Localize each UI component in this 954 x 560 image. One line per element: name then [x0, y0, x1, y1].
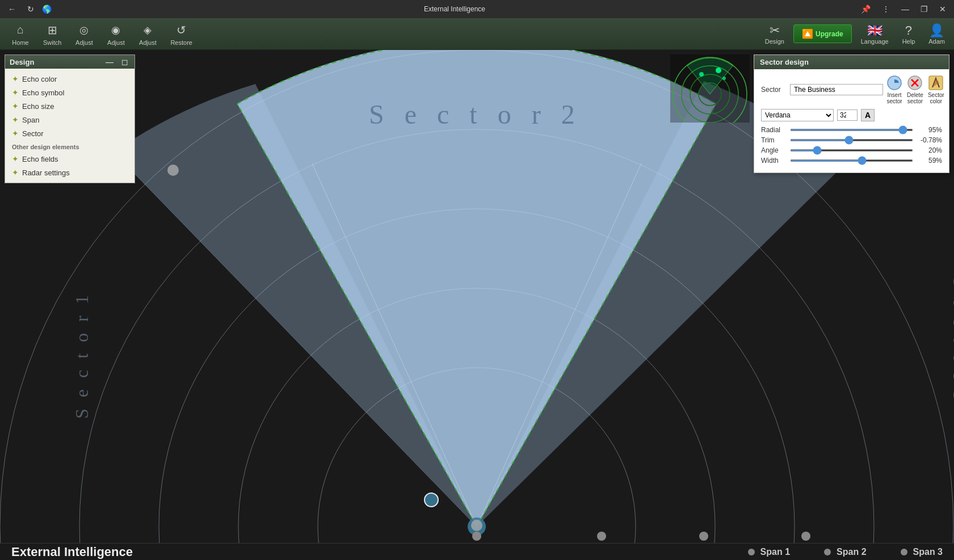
toolbar-design-label: Design: [765, 38, 784, 45]
toolbar-restore-label: Restore: [170, 39, 192, 46]
upgrade-button[interactable]: 🔼 Upgrade: [793, 24, 852, 43]
mini-radar: [670, 54, 750, 123]
language-icon: 🇬🇧: [867, 23, 882, 38]
echo-symbol-icon: ✦: [12, 88, 19, 97]
span2-dot: [824, 549, 831, 555]
angle-slider[interactable]: [790, 149, 913, 151]
adjust3-icon: ◈: [140, 22, 156, 38]
user-icon: 👤: [929, 23, 944, 38]
toolbar-adjust3[interactable]: ◈ Adjust: [132, 20, 163, 48]
design-item-echo-symbol[interactable]: ✦ Echo symbol: [5, 86, 135, 99]
delete-sector-button[interactable]: Delete sector: [907, 75, 923, 104]
help-button[interactable]: ? Help: [898, 21, 920, 47]
echo-size-label: Echo size: [22, 102, 54, 111]
svg-point-22: [699, 72, 704, 77]
svg-point-10: [167, 165, 179, 176]
switch-icon: ⊞: [44, 22, 60, 38]
insert-sector-button[interactable]: Insert sector: [886, 75, 902, 104]
minimize-button[interactable]: —: [898, 5, 913, 14]
design-panel-maximize[interactable]: ◻: [120, 57, 130, 66]
toolbar-home[interactable]: ⌂ Home: [5, 20, 36, 48]
toolbar-switch[interactable]: ⊞ Switch: [36, 20, 68, 48]
toolbar-design-button[interactable]: ✂ Design: [760, 21, 789, 47]
echo-symbol-label: Echo symbol: [22, 89, 64, 97]
angle-row: Angle 20%: [761, 146, 942, 154]
design-panel: Design — ◻ ✦ Echo color ✦ Echo symbol ✦ …: [5, 54, 135, 183]
other-design-header: Other design elements: [5, 140, 135, 152]
popup-body: Sector Insert sector Delete sector: [754, 69, 949, 172]
angle-value: 20%: [917, 146, 942, 154]
radial-slider[interactable]: [790, 129, 913, 131]
trim-slider[interactable]: [790, 139, 913, 141]
status-bar: External Intelligence Span 1 Span 2 Span…: [0, 543, 954, 560]
help-label: Help: [902, 38, 915, 45]
trim-label: Trim: [761, 136, 787, 144]
design-item-radar-settings[interactable]: ✦ Radar settings: [5, 166, 135, 179]
main-content: S e c t o r 2 S e c t o r 1 S e c t o r …: [0, 50, 954, 543]
popup-header: Sector design: [754, 55, 949, 69]
pin-button[interactable]: 📌: [858, 5, 874, 14]
restore-button[interactable]: ❐: [917, 5, 931, 14]
design-panel-body: ✦ Echo color ✦ Echo symbol ✦ Echo size ✦…: [5, 69, 135, 183]
design-item-sector[interactable]: ✦ Sector: [5, 127, 135, 140]
sector-input[interactable]: [790, 84, 883, 95]
radial-row: Radial 95%: [761, 126, 942, 134]
svg-text:S e c t o r   1: S e c t o r 1: [72, 292, 92, 419]
span-icon: ✦: [12, 115, 19, 124]
radar-settings-icon: ✦: [12, 168, 19, 177]
span3-label: Span 3: [913, 547, 943, 557]
width-row: Width 59%: [761, 157, 942, 165]
sector-icon: ✦: [12, 129, 19, 138]
angle-label: Angle: [761, 146, 787, 154]
span2-label: Span 2: [837, 547, 866, 557]
toolbar: ⌂ Home ⊞ Switch ◎ Adjust ◉ Adjust ◈ Adju…: [0, 18, 954, 50]
more-button[interactable]: ⋮: [879, 5, 893, 14]
design-icon: ✂: [770, 23, 780, 38]
design-item-span[interactable]: ✦ Span: [5, 113, 135, 127]
design-item-echo-size[interactable]: ✦ Echo size: [5, 99, 135, 113]
user-button[interactable]: 👤 Adam: [924, 21, 949, 47]
echo-color-icon: ✦: [12, 74, 19, 83]
echo-size-icon: ✦: [12, 102, 19, 111]
svg-point-12: [425, 493, 438, 507]
svg-text:S e c t o r   2: S e c t o r 2: [369, 99, 582, 129]
user-label: Adam: [928, 38, 945, 45]
echo-fields-icon: ✦: [12, 154, 19, 163]
language-button[interactable]: 🇬🇧 Language: [856, 21, 893, 47]
radial-value: 95%: [917, 126, 942, 134]
sector-design-popup: Sector design Sector Insert sector: [754, 54, 949, 173]
width-slider[interactable]: [790, 159, 913, 162]
svg-point-13: [472, 532, 481, 541]
insert-sector-label: Insert sector: [886, 92, 902, 104]
close-button[interactable]: ✕: [936, 5, 949, 14]
design-panel-minimize[interactable]: —: [104, 57, 115, 66]
echo-fields-label: Echo fields: [22, 155, 58, 163]
toolbar-restore[interactable]: ↺ Restore: [163, 20, 199, 48]
toolbar-adjust1[interactable]: ◎ Adjust: [68, 20, 100, 48]
font-size-input[interactable]: [837, 110, 858, 121]
toolbar-home-label: Home: [12, 39, 28, 46]
span3-dot: [901, 549, 907, 555]
sector-color-button[interactable]: Sector color: [928, 75, 944, 104]
svg-point-23: [716, 68, 721, 73]
home-icon: ⌂: [12, 22, 28, 38]
title-bar: ← ↻ 🌎 External Intelligence 📌 ⋮ — ❐ ✕: [0, 0, 954, 18]
span1-dot: [748, 549, 755, 555]
back-button[interactable]: ←: [5, 5, 19, 14]
design-item-echo-color[interactable]: ✦ Echo color: [5, 72, 135, 86]
width-value: 59%: [917, 157, 942, 165]
echo-color-label: Echo color: [22, 75, 57, 83]
design-item-echo-fields[interactable]: ✦ Echo fields: [5, 152, 135, 166]
upgrade-icon: 🔼: [802, 28, 813, 39]
font-select[interactable]: VerdanaArialTimes New Roman: [761, 109, 834, 121]
status-span2: Span 2: [824, 547, 866, 557]
sector-row: Sector Insert sector Delete sector: [761, 75, 942, 104]
refresh-button[interactable]: ↻: [24, 5, 37, 14]
trim-row: Trim -0.78%: [761, 136, 942, 144]
svg-point-14: [597, 532, 606, 541]
radial-label: Radial: [761, 126, 787, 134]
font-bold-button[interactable]: A: [861, 109, 875, 121]
status-span1: Span 1: [748, 547, 790, 557]
sector-color-label: Sector color: [928, 92, 944, 104]
toolbar-adjust2[interactable]: ◉ Adjust: [100, 20, 132, 48]
